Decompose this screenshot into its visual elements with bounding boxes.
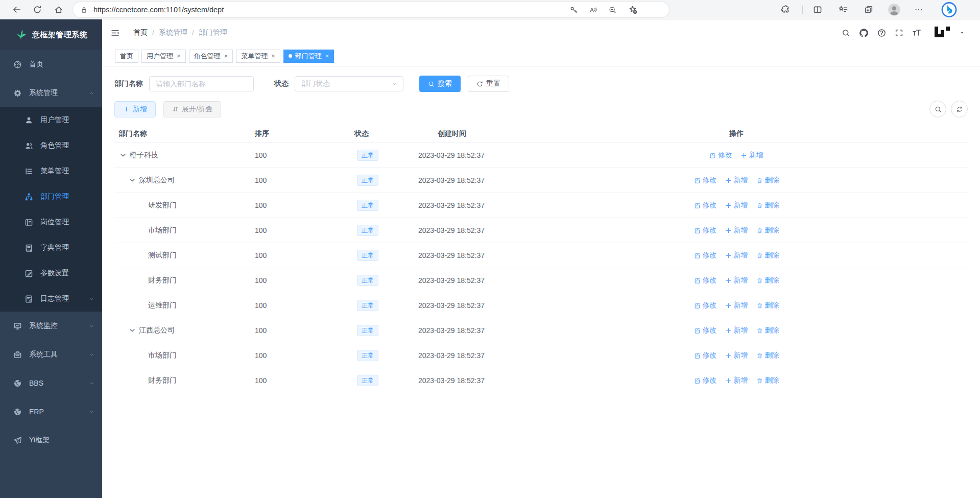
browser-settings-more-icon[interactable] [914,5,923,14]
font-size-icon[interactable] [912,28,921,37]
row-action-add[interactable]: 新增 [725,301,748,310]
sidebar-item-dict[interactable]: 字典管理 [0,235,102,260]
tab-close-icon[interactable]: × [325,53,329,59]
row-action-edit[interactable]: 修改 [694,276,717,285]
bing-chat-icon[interactable] [941,2,957,17]
tab-close-icon[interactable]: × [224,53,228,59]
expand-arrow-icon[interactable] [128,176,137,185]
collapse-sidebar-icon[interactable] [110,28,120,38]
help-icon[interactable] [877,29,886,37]
expand-collapse-button[interactable]: 展开/折叠 [163,101,221,117]
read-aloud-icon[interactable] [589,6,597,14]
sidebar-item-erp[interactable]: ERP [0,397,102,426]
browser-profile-avatar[interactable] [888,3,901,16]
sidebar-item-monitor[interactable]: 系统监控 [0,312,102,340]
sidebar-item-label: 首页 [29,60,43,69]
row-action-delete[interactable]: 删除 [756,201,779,210]
column-header-actions: 操作 [505,129,968,138]
header-search-icon[interactable] [842,29,850,37]
expand-arrow-icon[interactable] [118,151,128,160]
sidebar-item-users[interactable]: 用户管理 [0,107,102,133]
url-text[interactable]: https://ccnetcore.com:1101/system/dept [93,6,570,14]
sidebar-item-system[interactable]: 系统管理 [0,79,102,107]
row-action-delete[interactable]: 删除 [756,351,779,360]
row-action-delete[interactable]: 删除 [756,226,779,235]
tab-4-active[interactable]: 部门管理× [283,50,334,63]
row-action-edit[interactable]: 修改 [694,251,717,260]
row-action-add[interactable]: 新增 [725,226,748,235]
row-action-add[interactable]: 新增 [725,276,748,285]
zoom-out-icon[interactable] [609,6,616,14]
tab-close-icon[interactable]: × [177,53,181,59]
row-action-edit[interactable]: 修改 [694,351,717,360]
refresh-table-button[interactable] [951,101,968,117]
sidebar-item-depts[interactable]: 部门管理 [0,184,102,209]
user-menu-caret-icon[interactable] [960,30,965,35]
action-label: 删除 [765,376,779,385]
sidebar-item-yiframe[interactable]: Yi框架 [0,426,102,455]
row-action-edit[interactable]: 修改 [709,151,732,160]
browser-home-icon[interactable] [54,5,63,14]
browser-refresh-icon[interactable] [33,5,42,14]
add-favorite-icon[interactable] [628,5,637,14]
row-action-add[interactable]: 新增 [725,326,748,335]
dept-name-input[interactable] [149,76,254,91]
row-action-delete[interactable]: 删除 [756,251,779,260]
sort-value: 100 [255,151,267,159]
search-button[interactable]: 搜索 [419,76,461,92]
address-bar[interactable]: https://ccnetcore.com:1101/system/dept [73,2,669,17]
tab-3[interactable]: 菜单管理× [236,50,280,63]
sidebar-item-menus[interactable]: 菜单管理 [0,158,102,184]
row-action-delete[interactable]: 删除 [756,326,779,335]
row-action-edit[interactable]: 修改 [694,301,717,310]
collections-icon[interactable] [864,5,873,14]
sidebar-item-roles[interactable]: 角色管理 [0,133,102,158]
row-action-add[interactable]: 新增 [725,251,748,260]
extensions-icon[interactable] [781,5,790,14]
sidebar-item-bbs[interactable]: BBS [0,369,102,397]
app-title: 意框架管理系统 [32,30,88,40]
row-action-add[interactable]: 新增 [725,376,748,385]
row-action-edit[interactable]: 修改 [694,376,717,385]
row-action-edit[interactable]: 修改 [694,326,717,335]
row-action-add[interactable]: 新增 [725,176,748,185]
password-key-icon[interactable] [570,6,578,14]
tab-0[interactable]: 首页 [115,50,138,63]
status-select[interactable]: 部门状态 [295,76,403,91]
status-badge: 正常 [357,225,378,236]
row-action-edit[interactable]: 修改 [694,201,717,210]
tab-close-icon[interactable]: × [271,53,275,59]
row-action-delete[interactable]: 删除 [756,176,779,185]
add-button[interactable]: 新增 [114,101,156,117]
row-action-add[interactable]: 新增 [740,151,763,160]
breadcrumb-home[interactable]: 首页 [133,28,148,37]
sidebar-item-posts[interactable]: 岗位管理 [0,209,102,235]
fullscreen-icon[interactable] [895,29,903,37]
sidebar-item-tools[interactable]: 系统工具 [0,340,102,369]
row-action-edit[interactable]: 修改 [694,226,717,235]
row-action-add[interactable]: 新增 [725,351,748,360]
sidebar-item-params[interactable]: 参数设置 [0,260,102,286]
user-avatar-logo[interactable] [935,27,950,39]
favorites-icon[interactable] [839,5,848,14]
tab-1[interactable]: 用户管理× [141,50,186,63]
action-label: 新增 [734,301,748,310]
site-security-lock-icon[interactable] [80,6,88,14]
expand-arrow-icon[interactable] [128,326,137,335]
actions-cell: 修改新增删除 [505,251,968,260]
row-action-delete[interactable]: 删除 [756,376,779,385]
reset-button[interactable]: 重置 [468,76,509,92]
row-action-add[interactable]: 新增 [725,201,748,210]
row-action-delete[interactable]: 删除 [756,301,779,310]
tab-2[interactable]: 角色管理× [189,50,233,63]
row-action-delete[interactable]: 删除 [756,276,779,285]
github-icon[interactable] [859,28,869,38]
sidebar-item-home[interactable]: 首页 [0,50,102,79]
sidebar-item-logs[interactable]: 日志管理 [0,286,102,312]
browser-back-icon[interactable] [12,5,21,14]
split-screen-icon[interactable] [813,5,822,14]
row-action-edit[interactable]: 修改 [694,176,717,185]
show-search-button[interactable] [929,101,946,117]
action-label: 新增 [734,276,748,285]
status-cell: 正常 [354,275,418,286]
